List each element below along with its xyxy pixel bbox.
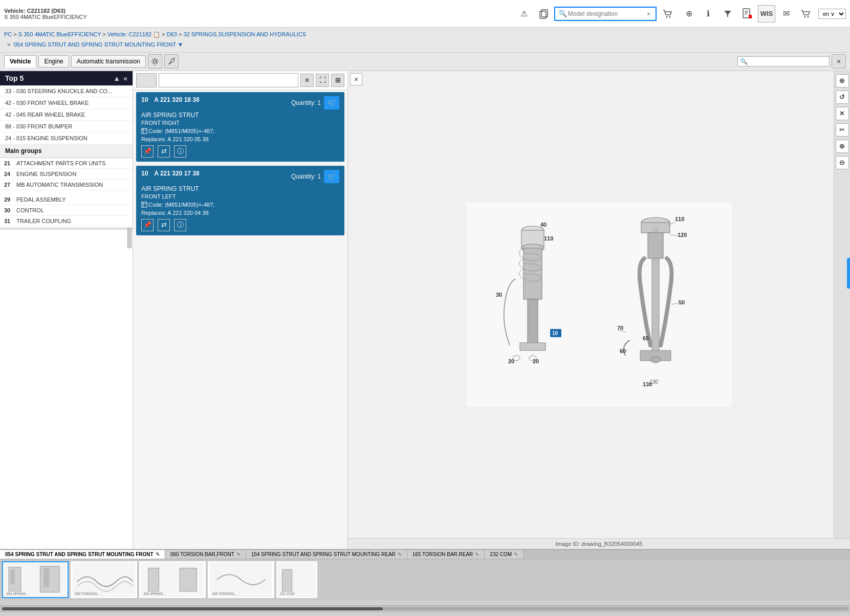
- part-swap-btn-1[interactable]: ⇄: [158, 145, 170, 158]
- top-bar: Vehicle: C221182 (D63) S 350 4MATIC Blue…: [0, 0, 850, 28]
- svg-text:110: 110: [544, 235, 553, 241]
- cart-btn-1[interactable]: 🛒: [324, 96, 339, 109]
- breadcrumb-d63[interactable]: D63: [167, 31, 177, 37]
- vehicle-id: Vehicle: C221182 (D63): [4, 8, 87, 14]
- main-layout: Top 5 ▲ « 33 - 030 STEERING KNUCKLE AND …: [0, 71, 850, 549]
- toolbar-search-group: 🔍 ×: [737, 54, 846, 69]
- document-icon[interactable]: !: [738, 5, 756, 23]
- tools-icon[interactable]: [164, 54, 179, 69]
- tab-edit-232[interactable]: ✎: [514, 552, 518, 557]
- part-number-1: A 221 320 18 38: [154, 96, 199, 103]
- diagram-area: × 40: [348, 71, 850, 549]
- fullscreen-icon[interactable]: ⛶: [316, 74, 329, 87]
- part-pin-btn-2[interactable]: 📌: [141, 219, 154, 231]
- breadcrumb-model[interactable]: S 350 4MATIC BlueEFFICIENCY: [18, 31, 101, 37]
- breadcrumb-section[interactable]: 054 SPRING STRUT AND SPRING STRUT MOUNTI…: [14, 41, 176, 48]
- svg-rect-1: [541, 10, 548, 17]
- scrollbar-track[interactable]: [2, 607, 848, 610]
- diag-cross-btn[interactable]: ✕: [836, 107, 849, 120]
- wis-icon[interactable]: WIS: [758, 5, 775, 23]
- info-icon[interactable]: ℹ: [700, 5, 717, 23]
- diag-scissors-btn[interactable]: ✂: [836, 123, 849, 137]
- bottom-tab-154[interactable]: 154 SPRING STRUT AND SPRING STRUT MOUNTI…: [246, 550, 407, 559]
- svg-marker-4: [724, 11, 731, 17]
- tab-edit-165[interactable]: ✎: [475, 552, 479, 557]
- svg-rect-0: [540, 11, 546, 18]
- settings-icon[interactable]: [148, 54, 162, 69]
- part-code-1: Code: (M651/M005)+-487;: [141, 128, 339, 135]
- svg-text:40: 40: [540, 222, 547, 228]
- svg-point-3: [669, 16, 671, 17]
- tab-vehicle[interactable]: Vehicle: [4, 55, 36, 68]
- part-info-btn-2[interactable]: ⓘ: [174, 219, 186, 231]
- parts-search-input[interactable]: [159, 73, 298, 87]
- sidebar-item[interactable]: 88 - 030 FRONT BUMPER: [0, 121, 133, 133]
- part-actions-1: 📌 ⇄ ⓘ: [141, 145, 339, 158]
- chevron-up-icon[interactable]: ▲: [113, 74, 120, 82]
- breadcrumb-vehicle[interactable]: Vehicle: C221182: [107, 31, 151, 37]
- diag-zoom-in-btn[interactable]: ⊕: [836, 74, 849, 87]
- tab-edit-054[interactable]: ✎: [156, 552, 160, 557]
- toolbar-search-clear[interactable]: ×: [832, 54, 846, 69]
- copy-icon[interactable]: [535, 5, 552, 23]
- svg-rect-54: [9, 567, 21, 591]
- part-replaces-2: Replaces: A 221 320 04 38: [141, 210, 339, 216]
- mail-icon[interactable]: ✉: [777, 5, 795, 23]
- list-view-icon[interactable]: ≡: [300, 74, 314, 87]
- zoom-in-icon[interactable]: ⊕: [680, 5, 698, 23]
- tab-engine[interactable]: Engine: [38, 55, 69, 68]
- svg-text:154 SPRING...: 154 SPRING...: [143, 592, 166, 596]
- breadcrumb: PC > S 350 4MATIC BlueEFFICIENCY > Vehic…: [0, 28, 850, 53]
- toolbar-search-input[interactable]: [748, 58, 824, 64]
- sidebar-group-item-29[interactable]: 29 PEDAL ASSEMBLY: [0, 194, 133, 205]
- sidebar-item[interactable]: 42 - 045 REAR WHEEL BRAKE: [0, 109, 133, 121]
- sidebar-group-item-24[interactable]: 24 ENGINE SUSPENSION: [0, 169, 133, 180]
- breadcrumb-springs[interactable]: 32 SPRINGS,SUSPENSION AND HYDRAULICS: [184, 31, 307, 37]
- breadcrumb-pc[interactable]: PC: [4, 31, 12, 37]
- part-info-btn-1[interactable]: ⓘ: [174, 145, 186, 158]
- language-select[interactable]: en ∨ de fr: [818, 9, 846, 19]
- thumb-1[interactable]: 054 SPRING...: [2, 561, 69, 598]
- thumb-2[interactable]: 060 TORSION...: [71, 561, 137, 598]
- svg-text:130: 130: [649, 379, 658, 385]
- cart-btn-2[interactable]: 🛒: [324, 170, 339, 183]
- cart-top-icon[interactable]: [659, 5, 676, 23]
- sidebar-item[interactable]: 42 - 030 FRONT WHEEL BRAKE: [0, 97, 133, 109]
- thumb-4[interactable]: 165 TORSION...: [208, 561, 274, 598]
- search-clear-btn[interactable]: ×: [645, 10, 652, 18]
- cart-icon[interactable]: [797, 5, 814, 23]
- filter-icon[interactable]: [719, 5, 736, 23]
- sidebar-group-item-27[interactable]: 27 MB AUTOMATIC TRANSMISSION: [0, 180, 133, 190]
- part-pin-btn-1[interactable]: 📌: [141, 145, 154, 158]
- sidebar-group-item-30[interactable]: 30 CONTROL: [0, 205, 133, 216]
- search-icon[interactable]: 🔍: [558, 9, 568, 19]
- bottom-tab-165[interactable]: 165 TORSION BAR,REAR ✎: [407, 550, 485, 559]
- blue-indicator: [847, 258, 850, 289]
- diag-zoom-plus-btn[interactable]: ⊕: [836, 140, 849, 153]
- bottom-tab-232[interactable]: 232 COM ✎: [485, 550, 524, 559]
- sidebar-header: Top 5 ▲ «: [0, 71, 133, 85]
- thumb-3[interactable]: 154 SPRING...: [139, 561, 206, 598]
- diag-rotate-btn[interactable]: ↺: [836, 91, 849, 104]
- svg-text:10: 10: [552, 331, 558, 336]
- tab-edit-060[interactable]: ✎: [236, 552, 241, 557]
- bottom-tab-060[interactable]: 060 TORSION BAR,FRONT ✎: [165, 550, 246, 559]
- sidebar-item[interactable]: 24 - 015 ENGINE SUSPENSION: [0, 133, 133, 144]
- sidebar-item[interactable]: 33 - 030 STEERING KNUCKLE AND CO...: [0, 85, 133, 97]
- tab-edit-154[interactable]: ✎: [398, 552, 402, 557]
- sidebar: Top 5 ▲ « 33 - 030 STEERING KNUCKLE AND …: [0, 71, 133, 549]
- diag-zoom-minus-btn[interactable]: ⊖: [836, 156, 849, 169]
- bottom-tab-054[interactable]: 054 SPRING STRUT AND SPRING STRUT MOUNTI…: [0, 550, 165, 559]
- tab-automatic-transmission[interactable]: Automatic transmission: [71, 55, 146, 68]
- thumb-5[interactable]: 232 COM: [276, 561, 317, 598]
- expand-icon[interactable]: ⊞: [331, 74, 344, 87]
- svg-text:165 TORSION...: 165 TORSION...: [212, 592, 236, 596]
- double-left-icon[interactable]: «: [123, 74, 127, 82]
- sidebar-group-item-31[interactable]: 31 TRAILER COUPLING: [0, 216, 133, 227]
- warning-icon[interactable]: ⚠: [515, 5, 533, 23]
- search-input[interactable]: [568, 10, 645, 17]
- part-card-2: 10 A 221 320 17 38 Quantity: 1 🛒 AIR SPR…: [136, 166, 344, 235]
- scrollbar-thumb: [2, 607, 383, 610]
- sidebar-group-item-21[interactable]: 21 ATTACHMENT PARTS FOR UNITS: [0, 158, 133, 169]
- part-swap-btn-2[interactable]: ⇄: [158, 219, 170, 231]
